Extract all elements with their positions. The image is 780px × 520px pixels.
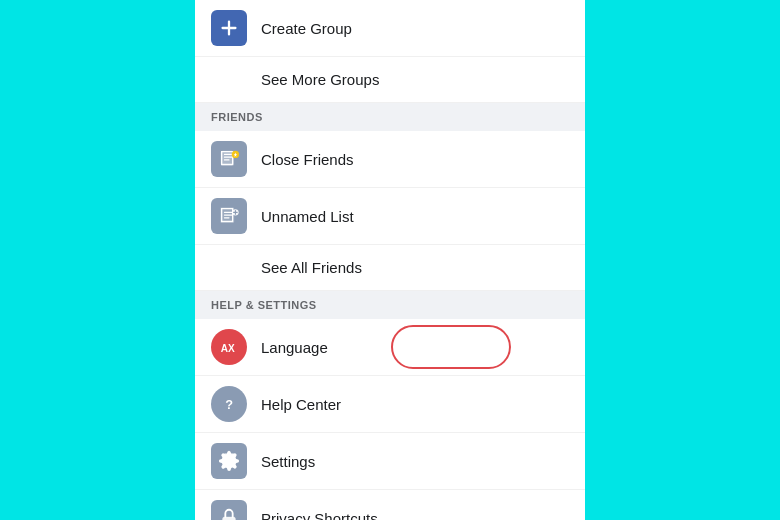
privacy-shortcuts-label: Privacy Shortcuts	[261, 510, 378, 521]
unnamed-list-label: Unnamed List	[261, 208, 354, 225]
help-center-item[interactable]: ? Help Center	[195, 376, 585, 433]
settings-item[interactable]: Settings	[195, 433, 585, 490]
svg-text:?: ?	[225, 397, 233, 412]
unnamed-list-item[interactable]: Unnamed List	[195, 188, 585, 245]
svg-rect-0	[221, 151, 234, 166]
svg-text:AX: AX	[221, 343, 235, 354]
create-group-icon	[211, 10, 247, 46]
create-group-item[interactable]: Create Group	[195, 0, 585, 57]
friends-section-header: FRIENDS	[195, 103, 585, 131]
close-friends-label: Close Friends	[261, 151, 354, 168]
see-more-groups-label: See More Groups	[261, 71, 379, 88]
help-center-label: Help Center	[261, 396, 341, 413]
privacy-shortcuts-icon	[211, 500, 247, 520]
close-friends-item[interactable]: Close Friends	[195, 131, 585, 188]
see-all-friends-item[interactable]: See All Friends	[195, 245, 585, 291]
language-label: Language	[261, 339, 328, 356]
close-friends-icon	[211, 141, 247, 177]
create-group-label: Create Group	[261, 20, 352, 37]
help-center-icon: ?	[211, 386, 247, 422]
menu-panel: Create Group See More Groups FRIENDS Clo…	[195, 0, 585, 520]
settings-label: Settings	[261, 453, 315, 470]
language-icon: AX	[211, 329, 247, 365]
see-all-friends-label: See All Friends	[261, 259, 362, 276]
privacy-shortcuts-item[interactable]: Privacy Shortcuts	[195, 490, 585, 520]
language-highlight-circle	[391, 325, 511, 369]
unnamed-list-icon	[211, 198, 247, 234]
settings-icon	[211, 443, 247, 479]
language-item[interactable]: AX Language	[195, 319, 585, 376]
see-more-groups-item[interactable]: See More Groups	[195, 57, 585, 103]
help-settings-section-header: HELP & SETTINGS	[195, 291, 585, 319]
